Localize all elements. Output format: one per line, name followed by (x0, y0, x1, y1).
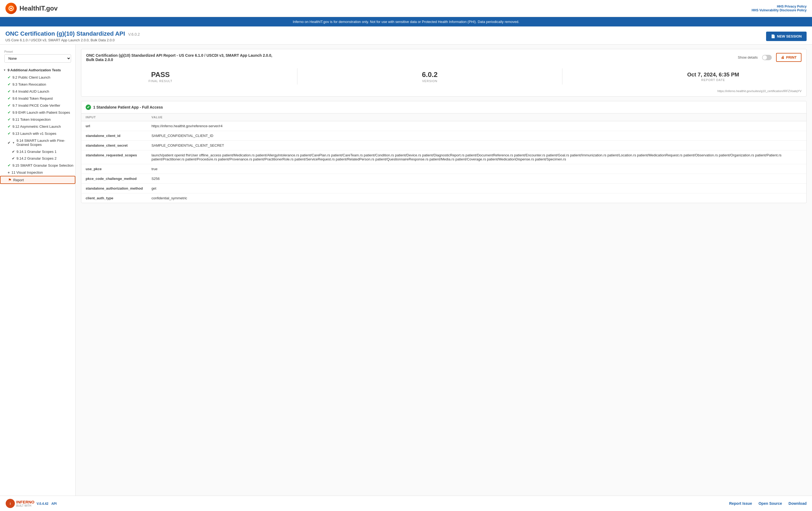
check-icon-9.6: ✔ (7, 96, 11, 100)
check-icon-9.3: ✔ (7, 82, 11, 86)
section-check-icon: ✔ (86, 104, 91, 110)
demo-banner: Inferno on HealthIT.gov is for demonstra… (0, 17, 812, 27)
title-area: ONC Certification (g)(10) Standardized A… (0, 27, 812, 44)
main-layout: Preset None ▼ 9 Additional Authorization… (0, 44, 812, 507)
footer: I INFERNO BUILT WITH V.0.4.42 API Report… (0, 495, 812, 507)
table-row: use_pkcetrue (81, 164, 806, 174)
preset-select[interactable]: None (4, 54, 71, 63)
version-label: V.6.0.2 (128, 32, 140, 36)
check-icon-9.4: ✔ (7, 89, 11, 93)
sidebar: Preset None ▼ 9 Additional Authorization… (0, 44, 76, 507)
chevron-down-icon: ▼ (3, 69, 6, 71)
col-input: INPUT (81, 114, 147, 121)
svg-text:I: I (10, 502, 11, 505)
table-cell-value: get (147, 184, 806, 193)
download-link[interactable]: Download (788, 501, 807, 506)
page-subtitle: US Core 6.1.0 / USCDI v3, SMART App Laun… (5, 38, 140, 42)
table-cell-key: standalone_client_id (81, 131, 147, 141)
sidebar-section-9.14[interactable]: ✔ ▼ 9.14 SMART Launch with Fine-Grained … (0, 137, 75, 148)
table-cell-value: launch/patient openid fhirUser offline_a… (147, 150, 806, 164)
sidebar-item-9.14.2[interactable]: ✔ 9.14.2 Granular Scopes 2 (0, 155, 75, 162)
table-row: standalone_requested_scopeslaunch/patien… (81, 150, 806, 164)
table-cell-value: https://inferno.healthit.gov/reference-s… (147, 121, 806, 131)
vulnerability-disclosure-link[interactable]: HHS Vulnerability Disclosure Policy (752, 8, 807, 12)
check-icon-9.9: ✔ (7, 110, 11, 115)
col-value: VALUE (147, 114, 806, 121)
check-icon-9.13: ✔ (7, 131, 11, 136)
report-url: https://inferno.healthit.gov/suites/g10_… (86, 89, 802, 93)
report-header-card: ONC Certification (g)(10) Standardized A… (81, 49, 807, 97)
sidebar-item-9.9[interactable]: ✔ 9.9 EHR Launch with Patient Scopes (0, 109, 75, 116)
sidebar-item-9.12[interactable]: ✔ 9.12 Asymmetric Client Launch (0, 123, 75, 130)
report-title-row: ONC Certification (g)(10) Standardized A… (86, 53, 802, 62)
sidebar-item-9.6[interactable]: ✔ 9.6 Invalid Token Request (0, 95, 75, 102)
check-icon-9.2: ✔ (7, 75, 11, 80)
table-cell-key: pkce_code_challenge_method (81, 174, 147, 184)
open-source-link[interactable]: Open Source (758, 501, 782, 506)
table-cell-key: standalone_requested_scopes (81, 150, 147, 164)
new-session-button[interactable]: 📄 NEW SESSION (766, 32, 807, 41)
sidebar-item-report[interactable]: ⚑ Report (0, 176, 75, 184)
version-stat: 6.0.2 VERSION (422, 70, 438, 83)
circle-icon-11: ● (7, 170, 10, 175)
inferno-text: INFERNO BUILT WITH (16, 500, 35, 507)
report-card-title: ONC Certification (g)(10) Standardized A… (86, 53, 275, 62)
sidebar-item-9.2[interactable]: ✔ 9.2 Public Client Launch (0, 74, 75, 81)
table-row: client_auth_typeconfidential_symmetric (81, 193, 806, 203)
report-issue-link[interactable]: Report Issue (729, 501, 752, 506)
sidebar-item-9.4[interactable]: ✔ 9.4 Invalid AUD Launch (0, 88, 75, 95)
new-session-icon: 📄 (771, 34, 775, 38)
preset-label: Preset (4, 50, 71, 53)
check-icon-9.7: ✔ (7, 103, 11, 108)
sidebar-item-9.14.1[interactable]: ✔ 9.14.1 Granular Scopes 1 (0, 148, 75, 155)
check-icon-9.14.2: ✔ (12, 156, 15, 160)
preset-section: Preset None (0, 47, 75, 66)
sidebar-item-9.15[interactable]: ✔ 9.15 SMART Granular Scope Selection (0, 162, 75, 169)
table-cell-key: standalone_authorization_method (81, 184, 147, 193)
sidebar-item-9.13[interactable]: ✔ 9.13 Launch with v1 Scopes (0, 130, 75, 137)
table-cell-value: confidential_symmetric (147, 193, 806, 203)
result-stats: PASS FINAL RESULT 6.0.2 VERSION Oct 7, 2… (86, 66, 802, 87)
logo-area: HealthIT.gov (5, 3, 58, 14)
chevron-down-icon-9.14: ▼ (12, 141, 15, 144)
table-row: urlhttps://inferno.healthit.gov/referenc… (81, 121, 806, 131)
section-1-table: INPUT VALUE urlhttps://inferno.healthit.… (81, 114, 806, 203)
table-row: standalone_client_idSAMPLE_CONFIDENTIAL_… (81, 131, 806, 141)
table-cell-key: standalone_client_secret (81, 141, 147, 150)
sidebar-item-9.11[interactable]: ✔ 9.11 Token Introspection (0, 116, 75, 123)
report-date-stat: Oct 7, 2024, 6:35 PM REPORT DATE (687, 71, 739, 82)
footer-links: Report Issue Open Source Download (729, 501, 807, 506)
table-cell-key: url (81, 121, 147, 131)
table-row: standalone_client_secretSAMPLE_CONFIDENT… (81, 141, 806, 150)
print-button[interactable]: 🖨 PRINT (776, 53, 802, 62)
table-row: standalone_authorization_methodget (81, 184, 806, 193)
final-result-stat: PASS FINAL RESULT (149, 70, 172, 83)
footer-version: V.0.4.42 API (37, 502, 57, 506)
table-row: pkce_code_challenge_methodS256 (81, 174, 806, 184)
table-cell-key: use_pkce (81, 164, 147, 174)
show-details-label: Show details (738, 55, 758, 59)
sidebar-item-11[interactable]: ● 11 Visual Inspection (0, 169, 75, 176)
page-title: ONC Certification (g)(10) Standardized A… (5, 30, 140, 37)
table-cell-value: S256 (147, 174, 806, 184)
sidebar-item-9.7[interactable]: ✔ 9.7 Invalid PKCE Code Verifier (0, 102, 75, 109)
healthit-logo-icon (5, 3, 17, 14)
section-1-card: ✔ 1 Standalone Patient App - Full Access… (81, 101, 807, 203)
footer-left: I INFERNO BUILT WITH V.0.4.42 API (5, 499, 57, 507)
check-icon-9.12: ✔ (7, 124, 11, 128)
sidebar-item-9.3[interactable]: ✔ 9.3 Token Revocation (0, 81, 75, 88)
api-link[interactable]: API (51, 502, 57, 506)
toggle-knob (762, 55, 767, 60)
sidebar-section-auth-tests[interactable]: ▼ 9 Additional Authorization Tests (0, 66, 75, 74)
check-icon-9.11: ✔ (7, 117, 11, 122)
table-cell-value: SAMPLE_CONFIDENTIAL_CLIENT_SECRET (147, 141, 806, 150)
table-cell-key: client_auth_type (81, 193, 147, 203)
flag-icon: ⚑ (8, 178, 11, 182)
show-details-toggle[interactable] (762, 55, 772, 60)
top-header: HealthIT.gov HHS Privacy Policy HHS Vuln… (0, 0, 812, 17)
privacy-policy-link[interactable]: HHS Privacy Policy (752, 5, 807, 8)
section-1-header: ✔ 1 Standalone Patient App - Full Access (81, 101, 806, 114)
content-area: ONC Certification (g)(10) Standardized A… (76, 44, 812, 507)
print-icon: 🖨 (781, 55, 784, 59)
stat-divider-2 (562, 68, 562, 85)
